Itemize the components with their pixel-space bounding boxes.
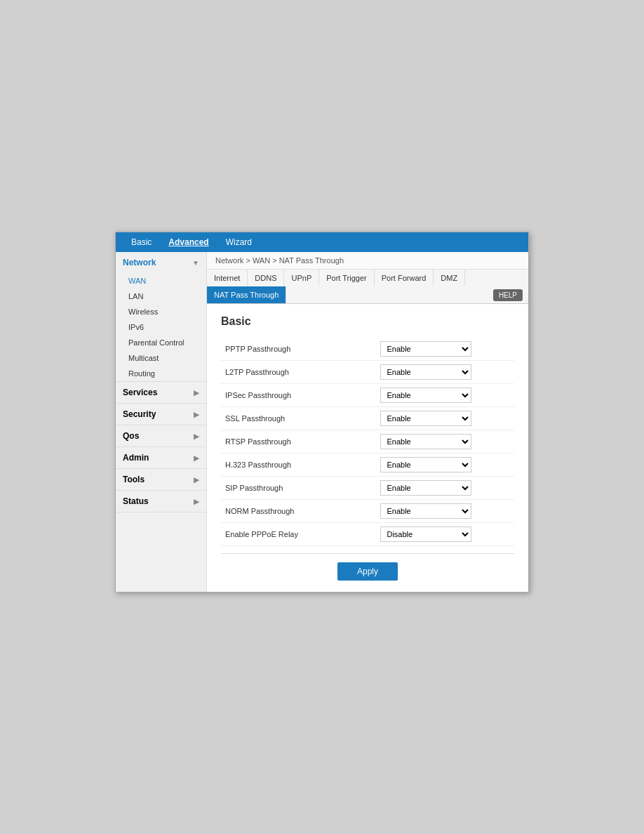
table-row: SIP Passthrough Enable Disable bbox=[221, 477, 514, 500]
field-value-norm[interactable]: Enable Disable bbox=[376, 500, 514, 523]
field-value-l2tp[interactable]: Enable Disable bbox=[376, 361, 514, 384]
field-value-pppoe[interactable]: Disable Enable bbox=[376, 523, 514, 546]
passthrough-form: PPTP Passthrough Enable Disable L2TP Pas… bbox=[221, 338, 514, 546]
sidebar-item-security[interactable]: Security ▶ bbox=[116, 404, 206, 425]
help-button[interactable]: HELP bbox=[493, 289, 523, 301]
router-ui: Basic Advanced Wizard Network ▼ WAN LAN … bbox=[115, 232, 529, 593]
chevron-right-icon-security: ▶ bbox=[194, 411, 199, 418]
select-norm[interactable]: Enable Disable bbox=[380, 503, 471, 519]
sidebar-section-status-label: Status bbox=[123, 496, 149, 506]
table-row: NORM Passthrough Enable Disable bbox=[221, 500, 514, 523]
table-row: L2TP Passthrough Enable Disable bbox=[221, 361, 514, 384]
top-nav: Basic Advanced Wizard bbox=[116, 232, 528, 252]
chevron-right-icon-status: ▶ bbox=[194, 498, 199, 505]
table-row: RTSP Passthrough Enable Disable bbox=[221, 430, 514, 454]
table-row: PPTP Passthrough Enable Disable bbox=[221, 338, 514, 361]
sidebar-item-qos[interactable]: Qos ▶ bbox=[116, 425, 206, 446]
sidebar-item-admin[interactable]: Admin ▶ bbox=[116, 447, 206, 468]
sidebar-section-qos-label: Qos bbox=[123, 431, 139, 441]
select-sip[interactable]: Enable Disable bbox=[380, 480, 471, 496]
select-h323[interactable]: Enable Disable bbox=[380, 457, 471, 472]
nav-wizard[interactable]: Wizard bbox=[217, 233, 260, 251]
field-value-ssl[interactable]: Enable Disable bbox=[376, 407, 514, 430]
sidebar-section-admin: Admin ▶ bbox=[116, 447, 206, 469]
main-layout: Network ▼ WAN LAN Wireless IPv6 Parental… bbox=[116, 252, 528, 592]
table-row: IPSec Passthrough Enable Disable bbox=[221, 384, 514, 407]
sidebar-item-services[interactable]: Services ▶ bbox=[116, 382, 206, 403]
select-ssl[interactable]: Enable Disable bbox=[380, 411, 471, 426]
select-l2tp[interactable]: Enable Disable bbox=[380, 364, 471, 380]
sidebar-item-status[interactable]: Status ▶ bbox=[116, 491, 206, 512]
select-pptp[interactable]: Enable Disable bbox=[380, 341, 471, 357]
sidebar-section-tools: Tools ▶ bbox=[116, 469, 206, 491]
sidebar-item-ipv6[interactable]: IPv6 bbox=[116, 319, 206, 335]
sidebar-item-wireless[interactable]: Wireless bbox=[116, 304, 206, 319]
sidebar-section-security-label: Security bbox=[123, 409, 156, 419]
nav-basic[interactable]: Basic bbox=[123, 233, 160, 251]
field-label-h323: H.323 Passthrough bbox=[221, 454, 376, 477]
table-row: Enable PPPoE Relay Disable Enable bbox=[221, 523, 514, 546]
tab-port-forward[interactable]: Port Forward bbox=[375, 270, 434, 286]
select-ipsec[interactable]: Enable Disable bbox=[380, 388, 471, 403]
tab-ddns[interactable]: DDNS bbox=[248, 270, 284, 286]
tab-upnp[interactable]: UPnP bbox=[284, 270, 319, 286]
field-value-ipsec[interactable]: Enable Disable bbox=[376, 384, 514, 407]
sidebar-section-network-label: Network bbox=[123, 258, 156, 267]
field-label-l2tp: L2TP Passthrough bbox=[221, 361, 376, 384]
content-area: Network > WAN > NAT Pass Through Interne… bbox=[207, 252, 528, 592]
sidebar-item-tools[interactable]: Tools ▶ bbox=[116, 469, 206, 490]
chevron-right-icon: ▶ bbox=[194, 389, 199, 397]
form-content: Basic PPTP Passthrough Enable Disable bbox=[207, 304, 528, 592]
sidebar-section-security: Security ▶ bbox=[116, 404, 206, 425]
chevron-right-icon-admin: ▶ bbox=[194, 454, 199, 462]
table-row: H.323 Passthrough Enable Disable bbox=[221, 454, 514, 477]
field-label-rtsp: RTSP Passthrough bbox=[221, 430, 376, 454]
tab-nat-pass-through[interactable]: NAT Pass Through bbox=[207, 286, 286, 303]
chevron-right-icon-tools: ▶ bbox=[194, 476, 199, 484]
field-label-sip: SIP Passthrough bbox=[221, 477, 376, 500]
chevron-down-icon: ▼ bbox=[192, 259, 199, 267]
select-pppoe[interactable]: Disable Enable bbox=[380, 527, 471, 542]
sidebar-item-network[interactable]: Network ▼ bbox=[116, 252, 206, 273]
nav-advanced[interactable]: Advanced bbox=[160, 233, 217, 251]
sidebar: Network ▼ WAN LAN Wireless IPv6 Parental… bbox=[116, 252, 207, 592]
field-label-ipsec: IPSec Passthrough bbox=[221, 384, 376, 407]
field-value-pptp[interactable]: Enable Disable bbox=[376, 338, 514, 361]
sidebar-item-wan[interactable]: WAN bbox=[116, 273, 206, 289]
apply-section: Apply bbox=[221, 553, 514, 581]
sidebar-section-network: Network ▼ WAN LAN Wireless IPv6 Parental… bbox=[116, 252, 206, 382]
field-label-ssl: SSL Passthrough bbox=[221, 407, 376, 430]
field-label-pppoe: Enable PPPoE Relay bbox=[221, 523, 376, 546]
field-label-pptp: PPTP Passthrough bbox=[221, 338, 376, 361]
tab-dmz[interactable]: DMZ bbox=[434, 270, 465, 286]
sidebar-item-routing[interactable]: Routing bbox=[116, 366, 206, 381]
sidebar-section-qos: Qos ▶ bbox=[116, 425, 206, 447]
breadcrumb: Network > WAN > NAT Pass Through bbox=[207, 252, 528, 270]
table-row: SSL Passthrough Enable Disable bbox=[221, 407, 514, 430]
sidebar-item-parental-control[interactable]: Parental Control bbox=[116, 335, 206, 350]
tab-bar: Internet DDNS UPnP Port Trigger Port For… bbox=[207, 270, 528, 304]
sidebar-section-status: Status ▶ bbox=[116, 491, 206, 512]
sidebar-item-lan[interactable]: LAN bbox=[116, 289, 206, 304]
field-value-sip[interactable]: Enable Disable bbox=[376, 477, 514, 500]
tab-port-trigger[interactable]: Port Trigger bbox=[319, 270, 374, 286]
section-title: Basic bbox=[221, 315, 514, 328]
sidebar-section-tools-label: Tools bbox=[123, 475, 145, 484]
field-value-h323[interactable]: Enable Disable bbox=[376, 454, 514, 477]
select-rtsp[interactable]: Enable Disable bbox=[380, 434, 471, 449]
apply-button[interactable]: Apply bbox=[337, 562, 398, 581]
chevron-right-icon-qos: ▶ bbox=[194, 432, 199, 440]
sidebar-section-services-label: Services bbox=[123, 388, 157, 397]
field-label-norm: NORM Passthrough bbox=[221, 500, 376, 523]
field-value-rtsp[interactable]: Enable Disable bbox=[376, 430, 514, 454]
sidebar-section-services: Services ▶ bbox=[116, 382, 206, 404]
sidebar-item-multicast[interactable]: Multicast bbox=[116, 350, 206, 366]
sidebar-section-admin-label: Admin bbox=[123, 453, 149, 463]
tab-internet[interactable]: Internet bbox=[207, 270, 248, 286]
